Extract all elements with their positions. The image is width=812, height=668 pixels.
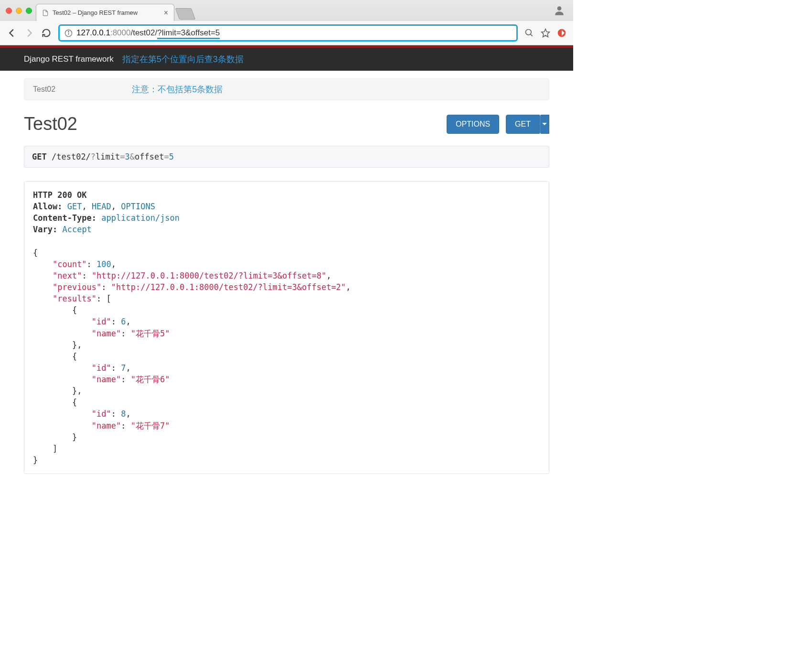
info-icon — [64, 29, 73, 37]
get-button-group: GET — [506, 115, 549, 134]
profile-icon[interactable] — [553, 4, 566, 17]
svg-line-5 — [531, 34, 533, 36]
url-text: 127.0.0.1:8000/test02/?limit=3&offset=5 — [76, 28, 220, 38]
chevron-down-icon — [542, 123, 547, 125]
request-box: GET /test02/?limit=3&offset=5 — [24, 146, 549, 168]
svg-point-4 — [526, 30, 532, 35]
annotation-text: 指定在第5个位置向后查3条数据 — [122, 54, 244, 65]
options-button[interactable]: OPTIONS — [447, 115, 499, 134]
address-bar[interactable]: 127.0.0.1:8000/test02/?limit=3&offset=5 — [58, 24, 518, 42]
annotation-text-2: 注意：不包括第5条数据 — [132, 84, 223, 95]
get-dropdown-button[interactable] — [540, 115, 549, 134]
req-method: GET — [32, 152, 47, 162]
minimize-window-icon[interactable] — [16, 8, 22, 14]
reload-button[interactable] — [41, 28, 52, 38]
breadcrumb-item[interactable]: Test02 — [33, 85, 55, 94]
maximize-window-icon[interactable] — [26, 8, 32, 14]
file-icon — [42, 9, 49, 17]
status-line: HTTP 200 OK — [33, 190, 87, 200]
get-button[interactable]: GET — [506, 115, 540, 134]
response-box: HTTP 200 OK Allow: GET, HEAD, OPTIONS Co… — [24, 181, 549, 474]
toolbar-right — [524, 28, 566, 38]
action-buttons: OPTIONS GET — [447, 115, 549, 134]
zoom-icon[interactable] — [524, 28, 534, 38]
svg-marker-6 — [542, 29, 550, 37]
browser-tab[interactable]: Test02 – Django REST framew × — [36, 4, 174, 21]
svg-point-3 — [68, 31, 69, 32]
star-icon[interactable] — [541, 28, 550, 38]
main-container: Test02 注意：不包括第5条数据 Test02 OPTIONS GET GE… — [0, 78, 573, 493]
close-tab-icon[interactable]: × — [164, 9, 168, 17]
navbar-brand[interactable]: Django REST framework — [24, 54, 114, 64]
extension-icon[interactable] — [557, 28, 566, 38]
req-path: /test02/ — [52, 152, 91, 162]
browser-toolbar: 127.0.0.1:8000/test02/?limit=3&offset=5 — [0, 21, 573, 45]
new-tab-button[interactable] — [175, 8, 196, 20]
forward-button[interactable] — [24, 28, 34, 38]
page-title: Test02 — [24, 114, 77, 134]
navbar: Django REST framework 指定在第5个位置向后查3条数据 — [0, 48, 573, 71]
breadcrumb: Test02 注意：不包括第5条数据 — [24, 78, 549, 100]
title-row: Test02 OPTIONS GET — [24, 114, 549, 134]
browser-chrome: Test02 – Django REST framew × 127.0.0.1:… — [0, 0, 573, 45]
back-button[interactable] — [7, 28, 17, 38]
svg-point-0 — [557, 6, 562, 11]
tab-bar: Test02 – Django REST framew × — [0, 0, 573, 21]
tab-title: Test02 – Django REST framew — [53, 9, 138, 16]
close-window-icon[interactable] — [6, 8, 12, 14]
window-controls — [6, 8, 36, 14]
